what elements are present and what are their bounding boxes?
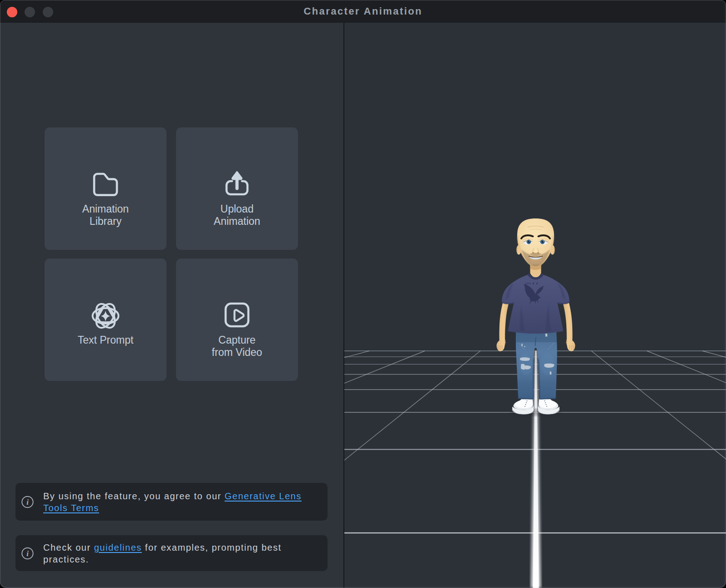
svg-text:i: i bbox=[26, 549, 29, 558]
svg-text:i: i bbox=[26, 498, 29, 507]
